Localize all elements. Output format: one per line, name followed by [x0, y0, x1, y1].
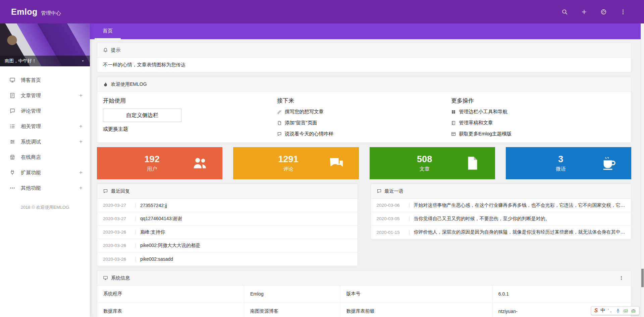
- greeting-text: 南图，中午好！: [5, 58, 37, 64]
- pencil-icon: [277, 110, 282, 114]
- item-text: pike002:阿撒大大大说的都是: [140, 243, 352, 249]
- next-heading: 接下来: [277, 97, 451, 105]
- post-mood-link[interactable]: 说说看今天的心情咋样: [277, 131, 451, 137]
- list-item[interactable]: 2020-03-05 当你觉得自己又丑又穷的时候，不要悲伤，至少你的判断是对的。: [371, 212, 631, 226]
- recent-replies-card: 最近回复 2020-03-27 273557242:jj 2020-03-27 …: [97, 184, 358, 266]
- stat-info: 1291 评论: [248, 154, 328, 172]
- vertical-scrollbar[interactable]: [641, 23, 644, 317]
- keyboard-icon[interactable]: [623, 308, 628, 313]
- stat-value: 3: [521, 154, 601, 165]
- stat-comments[interactable]: 1291 评论: [233, 147, 359, 179]
- list-item[interactable]: 2020-03-26 pike002:阿撒大大大说的都是: [97, 239, 358, 252]
- list-item[interactable]: 2020-03-26 pike002:sasadd: [97, 252, 358, 266]
- system-info-header: 系统信息: [97, 271, 631, 286]
- user-greeting-dropdown[interactable]: 南图，中午好！: [0, 56, 90, 66]
- theme-button[interactable]: [598, 7, 608, 17]
- topbar: Emlog 管理中心: [0, 0, 644, 23]
- cell-label: 系统程序: [97, 286, 244, 303]
- divider: [136, 203, 136, 208]
- sidebar-item-comments[interactable]: 评论管理: [0, 103, 90, 119]
- expand-plus-icon[interactable]: +: [79, 138, 83, 145]
- microphone-icon[interactable]: [615, 308, 621, 313]
- list-item[interactable]: 2020-03-26 巅峰:支持你: [97, 226, 358, 239]
- expand-plus-icon[interactable]: +: [79, 169, 83, 176]
- chevron-down-icon: [80, 59, 85, 63]
- welcome-body: 开始使用 自定义侧边栏 或更换主题 接下来 撰写您的想写文章 添加“留言”页面: [97, 92, 631, 142]
- document-icon: [9, 92, 15, 99]
- expand-plus-icon[interactable]: +: [79, 123, 83, 130]
- search-button[interactable]: [559, 7, 570, 17]
- ime-punctuation-toggle[interactable]: ’，: [608, 308, 613, 314]
- item-text: 巅峰:支持你: [140, 229, 352, 235]
- recent-replies-header: 最近回复: [97, 184, 358, 199]
- sidebar-item-related[interactable]: 相关管理 +: [0, 119, 90, 134]
- ime-toolbar[interactable]: S 中 ’，: [591, 306, 639, 315]
- item-date: 2020-01-15: [377, 230, 405, 235]
- table-row: 数据库表 南图资源博客 数据库表前缀 ntziyuan-: [97, 303, 631, 317]
- item-text: 你评价他人，深层次的原因是因为自身的狭隘，就像是你没有经历过某些磨难，就无法体会…: [414, 229, 626, 235]
- sogou-logo[interactable]: S: [594, 308, 598, 314]
- list-icon: [9, 123, 15, 129]
- add-button[interactable]: [579, 7, 589, 17]
- change-theme-link[interactable]: 或更换主题: [103, 126, 277, 132]
- notice-body: 不一样的心情，文章表情图标为您传达: [97, 58, 631, 72]
- ime-language-toggle[interactable]: 中: [600, 308, 605, 314]
- main-content: 提示 不一样的心情，文章表情图标为您传达 欢迎使用EMLOG 开始使用 自定义侧…: [90, 39, 641, 317]
- ellipsis-icon: [9, 185, 15, 191]
- expand-plus-icon[interactable]: +: [79, 185, 83, 191]
- sliders-icon: [9, 139, 15, 145]
- system-info-card: 系统信息 系统程序 Emlog 版本号 6.0.1 数据库表 南图资源博客 数据…: [97, 270, 631, 317]
- more-list: 管理边栏小工具和导航 管理草稿和文章 获取更多Emlog主题模版: [451, 109, 625, 137]
- item-date: 2020-03-26: [103, 243, 131, 248]
- sidebar-item-system-debug[interactable]: 系统调试 +: [0, 134, 90, 149]
- expand-plus-icon[interactable]: +: [79, 92, 83, 99]
- cell-value: 南图资源博客: [244, 303, 340, 317]
- link-label: 管理草稿和文章: [459, 120, 493, 126]
- scrollbar-thumb[interactable]: [641, 269, 644, 287]
- write-article-link[interactable]: 撰写您的想写文章: [277, 109, 451, 115]
- more-menu-button[interactable]: [618, 7, 628, 17]
- manage-drafts-link[interactable]: 管理草稿和文章: [451, 120, 625, 126]
- sidebar-item-label: 博客首页: [21, 77, 83, 83]
- stat-users[interactable]: 192 用户: [97, 147, 222, 179]
- tab-home[interactable]: 首页: [95, 23, 121, 39]
- link-label: 获取更多Emlog主题模版: [459, 131, 512, 137]
- stat-label: 用户: [112, 166, 192, 172]
- stat-microposts[interactable]: 3 微语: [506, 147, 631, 179]
- welcome-card: 欢迎使用EMLOG 开始使用 自定义侧边栏 或更换主题 接下来 撰写您的想写文章…: [97, 77, 631, 143]
- coffee-icon: [601, 155, 616, 171]
- system-info-menu-button[interactable]: [617, 274, 625, 282]
- sidebar-item-extensions[interactable]: 扩展功能 +: [0, 165, 90, 180]
- quote-bubble-icon: [377, 189, 382, 194]
- sidebar-item-others[interactable]: 其他功能 +: [0, 180, 90, 196]
- welcome-card-header: 欢迎使用EMLOG: [97, 77, 631, 92]
- sidebar-item-label: 文章管理: [21, 92, 79, 99]
- kebab-icon: [619, 275, 624, 280]
- get-themes-link[interactable]: 获取更多Emlog主题模版: [451, 131, 625, 137]
- link-label: 说说看今天的心情咋样: [285, 131, 333, 137]
- app-logo[interactable]: Emlog 管理中心: [11, 7, 61, 17]
- comment-icon: [9, 108, 15, 114]
- list-item[interactable]: 2020-03-06 开始对这些事物产生恶心感，在这个行业赚再多再多钱，也不会光…: [371, 199, 631, 212]
- stat-value: 1291: [248, 154, 328, 165]
- sidebar-item-blog-home[interactable]: 博客首页: [0, 72, 90, 88]
- link-label: 撰写您的想写文章: [285, 109, 324, 115]
- add-guestbook-link[interactable]: 添加“留言”页面: [277, 120, 451, 126]
- manage-widgets-link[interactable]: 管理边栏小工具和导航: [451, 109, 625, 115]
- toolbox-icon[interactable]: [631, 308, 636, 313]
- item-date: 2020-03-06: [377, 203, 405, 208]
- welcome-title: 欢迎使用EMLOG: [111, 81, 147, 87]
- divider: [409, 203, 410, 208]
- sidebar-item-label: 其他功能: [21, 185, 79, 191]
- sidebar-item-store[interactable]: 在线商店: [0, 149, 90, 165]
- list-item[interactable]: 2020-03-27 273557242:jj: [97, 199, 358, 212]
- customize-sidebar-button[interactable]: 自定义侧边栏: [103, 109, 181, 122]
- topbar-actions: [559, 7, 628, 17]
- sidebar-item-articles[interactable]: 文章管理 +: [0, 88, 90, 103]
- stat-articles[interactable]: 508 文章: [370, 147, 495, 179]
- list-item[interactable]: 2020-01-15 你评价他人，深层次的原因是因为自身的狭隘，就像是你没有经历…: [371, 226, 631, 239]
- notice-card-header: 提示: [97, 43, 631, 58]
- stat-value: 508: [384, 154, 465, 165]
- bubble-icon: [103, 189, 108, 194]
- list-item[interactable]: 2020-03-27 qq1274604143:谢谢: [97, 212, 358, 226]
